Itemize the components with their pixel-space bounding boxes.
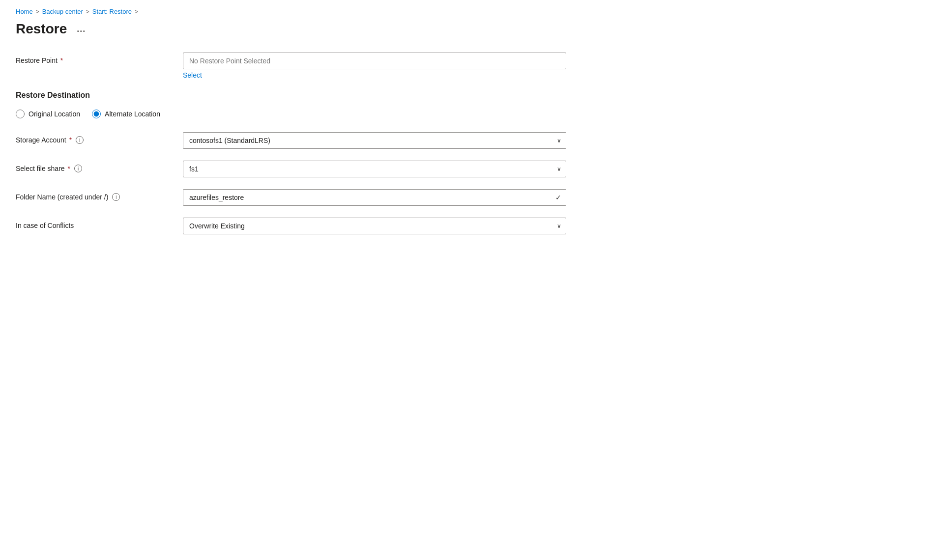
location-radio-group: Original Location Alternate Location bbox=[16, 110, 606, 118]
more-options-button[interactable]: ... bbox=[73, 22, 89, 36]
file-share-row: Select file share * i fs1 ∨ bbox=[16, 161, 606, 177]
conflicts-label: In case of Conflicts bbox=[16, 218, 183, 229]
form-section: Restore Point * Select Restore Destinati… bbox=[16, 53, 606, 234]
page-title: Restore bbox=[16, 21, 67, 37]
folder-name-wrapper: ✓ bbox=[183, 189, 566, 206]
original-location-option[interactable]: Original Location bbox=[16, 110, 80, 118]
file-share-info-icon[interactable]: i bbox=[74, 165, 82, 172]
conflicts-select[interactable]: Overwrite Existing Skip bbox=[183, 218, 566, 234]
alternate-location-label: Alternate Location bbox=[105, 110, 160, 118]
original-location-radio[interactable] bbox=[16, 110, 25, 118]
folder-name-field: ✓ bbox=[183, 189, 606, 206]
restore-point-label: Restore Point * bbox=[16, 53, 183, 64]
restore-point-row: Restore Point * Select bbox=[16, 53, 606, 79]
conflicts-field: Overwrite Existing Skip ∨ bbox=[183, 218, 606, 234]
restore-point-required: * bbox=[60, 56, 63, 64]
breadcrumb-backup-center[interactable]: Backup center bbox=[42, 8, 83, 15]
storage-account-select[interactable]: contosofs1 (StandardLRS) bbox=[183, 132, 566, 149]
breadcrumb-sep-1: > bbox=[36, 8, 39, 15]
restore-point-input[interactable] bbox=[183, 53, 566, 69]
breadcrumb: Home > Backup center > Start: Restore > bbox=[16, 8, 912, 15]
page-header: Restore ... bbox=[16, 21, 912, 37]
storage-account-info-icon[interactable]: i bbox=[76, 136, 84, 144]
alternate-location-radio[interactable] bbox=[92, 110, 101, 118]
folder-name-info-icon[interactable]: i bbox=[112, 193, 120, 201]
breadcrumb-start-restore[interactable]: Start: Restore bbox=[92, 8, 132, 15]
folder-name-input[interactable] bbox=[183, 189, 566, 206]
conflicts-row: In case of Conflicts Overwrite Existing … bbox=[16, 218, 606, 234]
restore-destination-title: Restore Destination bbox=[16, 91, 606, 100]
file-share-required: * bbox=[68, 165, 70, 172]
breadcrumb-home[interactable]: Home bbox=[16, 8, 33, 15]
file-share-label: Select file share * i bbox=[16, 161, 183, 172]
page-container: Home > Backup center > Start: Restore > … bbox=[0, 0, 928, 262]
storage-account-wrapper: contosofs1 (StandardLRS) ∨ bbox=[183, 132, 566, 149]
storage-account-label: Storage Account * i bbox=[16, 132, 183, 144]
breadcrumb-sep-2: > bbox=[86, 8, 89, 15]
conflicts-wrapper: Overwrite Existing Skip ∨ bbox=[183, 218, 566, 234]
file-share-wrapper: fs1 ∨ bbox=[183, 161, 566, 177]
folder-name-label: Folder Name (created under /) i bbox=[16, 189, 183, 201]
alternate-location-option[interactable]: Alternate Location bbox=[92, 110, 160, 118]
storage-account-field: contosofs1 (StandardLRS) ∨ bbox=[183, 132, 606, 149]
file-share-select[interactable]: fs1 bbox=[183, 161, 566, 177]
original-location-label: Original Location bbox=[29, 110, 80, 118]
file-share-field: fs1 ∨ bbox=[183, 161, 606, 177]
folder-name-row: Folder Name (created under /) i ✓ bbox=[16, 189, 606, 206]
restore-point-select-link[interactable]: Select bbox=[183, 71, 606, 79]
storage-account-row: Storage Account * i contosofs1 (Standard… bbox=[16, 132, 606, 149]
restore-point-field: Select bbox=[183, 53, 606, 79]
storage-account-required: * bbox=[69, 136, 72, 144]
restore-destination-section: Restore Destination Original Location Al… bbox=[16, 91, 606, 234]
breadcrumb-sep-3: > bbox=[135, 8, 138, 15]
